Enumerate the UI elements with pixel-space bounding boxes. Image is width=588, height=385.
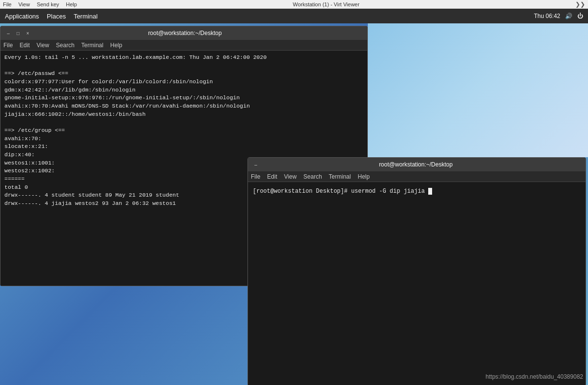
virt-viewer-title: Workstation (1) - Virt Viewer: [77, 1, 575, 7]
volume-icon[interactable]: 🔊: [565, 13, 572, 19]
terminal1-title: root@workstation:~/Desktop: [32, 30, 338, 37]
clock: Thu 06:42: [534, 13, 560, 19]
gnome-bar-right: Thu 06:42 🔊 ⏻: [534, 13, 583, 19]
t2-menu-file[interactable]: File: [251, 173, 260, 180]
close-button-1[interactable]: ×: [24, 29, 32, 37]
terminal1-line: [4, 62, 363, 70]
t1-menu-help[interactable]: Help: [110, 42, 122, 49]
t1-menu-file[interactable]: File: [3, 42, 13, 49]
t1-menu-edit[interactable]: Edit: [19, 42, 30, 49]
t2-menu-help[interactable]: Help: [358, 173, 370, 180]
terminal1-menubar: File Edit View Search Terminal Help: [0, 40, 367, 51]
applications-menu[interactable]: Applications: [5, 13, 39, 20]
minimize-button-1[interactable]: –: [4, 29, 12, 37]
terminal1-line: [4, 118, 363, 127]
desktop: – □ × root@workstation:~/Desktop File Ed…: [0, 23, 588, 385]
right-area-background: [368, 23, 588, 157]
terminal2-win-buttons[interactable]: –: [252, 161, 260, 168]
t2-menu-terminal[interactable]: Terminal: [329, 173, 351, 180]
terminal2-cursor: [428, 188, 432, 195]
terminal1-line: gnome-initial-setup:x:976:976::/run/gnom…: [4, 94, 363, 102]
terminal-window-2[interactable]: – root@workstation:~/Desktop File Edit V…: [247, 157, 586, 385]
terminal2-title: root@workstation:~/Desktop: [260, 161, 572, 168]
terminal-menu[interactable]: Terminal: [74, 13, 97, 20]
t1-menu-terminal[interactable]: Terminal: [81, 42, 103, 49]
terminal1-titlebar: – □ × root@workstation:~/Desktop: [0, 26, 367, 40]
terminal1-line: jiajia:x:666:1002::/home/westos1:/bin/ba…: [4, 110, 363, 119]
terminal2-titlebar: – root@workstation:~/Desktop: [248, 158, 586, 171]
virt-viewer-menu-help[interactable]: Help: [66, 1, 77, 7]
maximize-button-1[interactable]: □: [14, 29, 22, 37]
gnome-bar: Applications Places Terminal Thu 06:42 🔊…: [0, 9, 588, 23]
terminal2-command[interactable]: usermod -G dip jiajia: [347, 188, 428, 195]
terminal1-line: slocate:x:21:: [4, 143, 363, 151]
power-icon[interactable]: ⏻: [577, 13, 583, 19]
minimize-button-2[interactable]: –: [252, 161, 260, 168]
expand-icon[interactable]: ❯❯: [575, 1, 585, 8]
t1-menu-search[interactable]: Search: [56, 42, 75, 49]
t1-menu-view[interactable]: View: [37, 42, 49, 49]
terminal1-line: ==> /etc/passwd <==: [4, 70, 363, 78]
terminal2-content: [root@workstation Desktop]# usermod -G d…: [248, 182, 586, 385]
virt-viewer-bar: File View Send key Help Workstation (1) …: [0, 0, 588, 9]
terminal1-line: avahi:x:70:70:Avahi mDNS/DNS-SD Stack:/v…: [4, 102, 363, 110]
t2-menu-edit[interactable]: Edit: [267, 173, 277, 180]
terminal1-win-buttons[interactable]: – □ ×: [4, 29, 32, 37]
terminal1-line: avahi:x:70:: [4, 135, 363, 143]
terminal1-line: colord:x:977:977:User for colord:/var/li…: [4, 78, 363, 86]
places-menu[interactable]: Places: [47, 13, 66, 20]
terminal1-line: Every 1.0s: tail -n 5 ... workstation.la…: [4, 54, 363, 62]
virt-viewer-menu[interactable]: File View Send key Help: [3, 1, 77, 7]
virt-viewer-menu-file[interactable]: File: [3, 1, 12, 7]
t2-menu-view[interactable]: View: [284, 173, 297, 180]
t2-menu-search[interactable]: Search: [303, 173, 322, 180]
url-bar: https://blog.csdn.net/baidu_40389082: [486, 373, 583, 380]
terminal1-line: gdm:x:42:42::/var/lib/gdm:/sbin/nologin: [4, 86, 363, 94]
virt-viewer-menu-view[interactable]: View: [19, 1, 30, 7]
terminal2-prompt: [root@workstation Desktop]#: [253, 188, 347, 195]
gnome-bar-left: Applications Places Terminal: [5, 13, 97, 20]
terminal1-line: ==> /etc/group <==: [4, 127, 363, 135]
terminal2-menubar: File Edit View Search Terminal Help: [248, 171, 586, 182]
virt-viewer-menu-sendkey[interactable]: Send key: [37, 1, 59, 7]
